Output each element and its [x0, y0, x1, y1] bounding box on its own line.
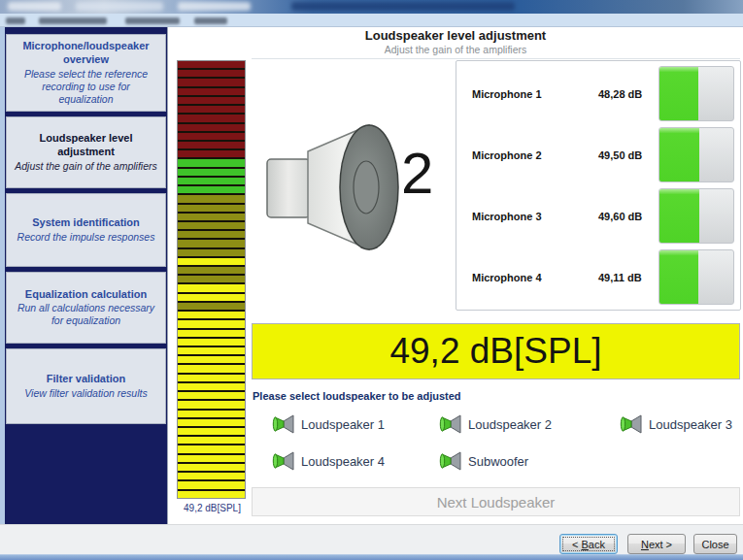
loudspeaker-3-selector[interactable]: Loudspeaker 3	[620, 413, 732, 435]
microphone-name: Microphone 2	[456, 149, 598, 161]
meter-segment-red	[178, 79, 245, 87]
microphone-row: Microphone 2 49,50 dB	[456, 124, 737, 185]
wizard-steps-sidebar: Microphone/loudspeaker overview Please s…	[5, 27, 167, 524]
loudspeaker-label: Loudspeaker 4	[301, 454, 385, 469]
speaker-icon	[272, 450, 295, 472]
meter-segment-olive	[178, 214, 245, 222]
meter-segment-red	[178, 61, 245, 70]
meter-segment-yellow	[178, 428, 245, 437]
step-equalization-calculation[interactable]: Equalization calculation Run all calcula…	[6, 272, 166, 344]
titlebar-blurred-text	[178, 2, 251, 11]
page-title: Loudspeaker level adjustment	[168, 28, 743, 43]
level-meter-label: 49,2 dB[SPL]	[165, 503, 259, 513]
step-subtitle: Run all calculations necessary for equal…	[14, 302, 158, 327]
meter-segment-yellow	[178, 411, 245, 419]
spl-readout: 49,2 dB[SPL]	[252, 323, 740, 379]
microphone-level-bar	[659, 188, 734, 244]
current-loudspeaker-number: 2	[401, 140, 433, 207]
step-filter-validation[interactable]: Filter validation View filter validation…	[6, 348, 166, 424]
meter-segment-olive	[178, 240, 245, 248]
microphone-levels-panel: Microphone 1 48,28 dB Microphone 2 49,50…	[456, 60, 741, 311]
meter-segment-red	[178, 106, 245, 115]
meter-segment-yellow	[178, 339, 245, 347]
step-title: Equalization calculation	[14, 288, 158, 302]
meter-segment-yellow	[178, 294, 245, 303]
microphone-row: Microphone 1 48,28 dB	[456, 63, 737, 124]
meter-segment-red	[178, 150, 245, 159]
meter-segment-green	[178, 159, 245, 168]
step-title: System identification	[14, 216, 158, 230]
meter-segment-olive	[178, 276, 245, 284]
loudspeaker-2-selector[interactable]: Loudspeaker 2	[439, 413, 552, 435]
meter-segment-yellow	[178, 392, 245, 401]
meter-segment-yellow	[178, 383, 245, 392]
meter-segment-yellow	[178, 473, 245, 481]
speaker-icon	[272, 413, 295, 435]
step-title: Loudspeaker level adjustment	[14, 132, 158, 159]
meter-segment-yellow	[178, 356, 245, 365]
meter-segment-green	[178, 178, 245, 186]
menu-item-blurred[interactable]	[194, 17, 227, 24]
meter-segment-yellow	[178, 419, 245, 428]
microphone-level-bar	[659, 249, 734, 305]
microphone-value: 49,50 dB	[598, 149, 659, 161]
meter-segment-yellow	[178, 437, 245, 445]
step-title: Microphone/loudspeaker overview	[14, 40, 158, 67]
microphone-level-bar	[659, 66, 734, 121]
meter-segment-red	[178, 133, 245, 142]
meter-segment-red	[178, 97, 245, 106]
meter-segment-olive	[178, 195, 245, 204]
menu-item-blurred[interactable]	[125, 17, 180, 24]
loudspeaker-graphic	[259, 122, 424, 257]
titlebar-blurred-text	[291, 2, 515, 11]
titlebar-blurred-text	[76, 2, 163, 11]
step-loudspeaker-level-adjustment[interactable]: Loudspeaker level adjustment Adjust the …	[6, 116, 166, 188]
meter-segment-yellow	[178, 445, 245, 454]
close-button[interactable]: Close	[693, 534, 737, 554]
meter-segment-yellow	[178, 455, 245, 464]
microphone-value: 49,11 dB	[598, 272, 659, 283]
loudspeaker-1-selector[interactable]: Loudspeaker 1	[272, 413, 385, 435]
loudspeaker-label: Loudspeaker 2	[468, 417, 552, 432]
menu-item-blurred[interactable]	[6, 17, 25, 24]
meter-segment-olive	[178, 231, 245, 240]
next-loudspeaker-button[interactable]: Next Loudspeaker	[252, 487, 740, 516]
step-subtitle: Adjust the gain of the amplifiers	[14, 160, 158, 173]
back-button[interactable]: < Back	[559, 534, 618, 554]
window-bottom-border	[0, 555, 743, 560]
meter-segment-yellow	[178, 284, 245, 293]
loudspeaker-label: Subwoofer	[468, 454, 528, 469]
loudspeaker-label: Loudspeaker 3	[649, 417, 732, 432]
step-subtitle: Please select the reference recording to…	[14, 68, 158, 106]
select-loudspeaker-prompt: Please select loudspeaker to be adjusted	[253, 390, 461, 402]
titlebar-blurred-text	[8, 2, 61, 11]
menu-item-blurred[interactable]	[39, 17, 107, 24]
loudspeaker-label: Loudspeaker 1	[301, 417, 385, 432]
header-divider	[252, 58, 740, 59]
meter-segment-green	[178, 186, 245, 195]
meter-segment-red	[178, 124, 245, 133]
meter-segment-yellow	[178, 330, 245, 339]
subwoofer-selector[interactable]: Subwoofer	[439, 450, 528, 472]
meter-segment-red	[178, 88, 245, 97]
meter-segment-green	[178, 169, 245, 178]
step-subtitle: Record the impulse responses	[14, 231, 158, 244]
meter-segment-olive	[178, 222, 245, 231]
microphone-name: Microphone 4	[456, 272, 598, 283]
page-subtitle: Adjust the gain of the amplifiers	[168, 44, 743, 55]
meter-segment-yellow	[178, 365, 245, 374]
step-system-identification[interactable]: System identification Record the impulse…	[6, 193, 166, 267]
loudspeaker-4-selector[interactable]: Loudspeaker 4	[272, 450, 385, 472]
main-content: Loudspeaker level adjustment Adjust the …	[167, 27, 743, 524]
next-button[interactable]: Next >	[627, 534, 686, 554]
level-meter	[177, 60, 246, 499]
step-subtitle: View filter validation results	[14, 387, 158, 400]
meter-segment-yellow	[178, 481, 245, 490]
meter-segment-yellow	[178, 375, 245, 383]
meter-segment-yellow	[178, 258, 245, 267]
step-microphone-loudspeaker-overview[interactable]: Microphone/loudspeaker overview Please s…	[6, 34, 166, 112]
microphone-name: Microphone 1	[456, 88, 598, 100]
step-title: Filter validation	[14, 373, 158, 386]
microphone-row: Microphone 4 49,11 dB	[456, 247, 737, 308]
meter-segment-red	[178, 70, 245, 79]
